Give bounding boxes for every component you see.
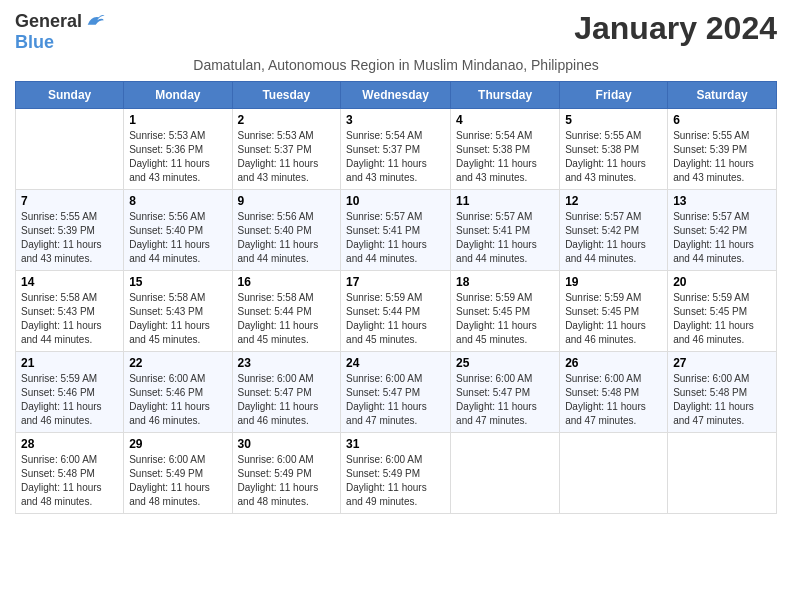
week-row-4: 21Sunrise: 5:59 AMSunset: 5:46 PMDayligh… (16, 352, 777, 433)
day-number: 15 (129, 275, 226, 289)
day-cell: 28Sunrise: 6:00 AMSunset: 5:48 PMDayligh… (16, 433, 124, 514)
day-cell: 19Sunrise: 5:59 AMSunset: 5:45 PMDayligh… (560, 271, 668, 352)
day-number: 25 (456, 356, 554, 370)
day-cell: 1Sunrise: 5:53 AMSunset: 5:36 PMDaylight… (124, 109, 232, 190)
day-number: 31 (346, 437, 445, 451)
day-info: Sunrise: 5:55 AMSunset: 5:38 PMDaylight:… (565, 129, 662, 185)
header-thursday: Thursday (451, 82, 560, 109)
day-number: 20 (673, 275, 771, 289)
day-info: Sunrise: 6:00 AMSunset: 5:47 PMDaylight:… (346, 372, 445, 428)
day-info: Sunrise: 5:54 AMSunset: 5:37 PMDaylight:… (346, 129, 445, 185)
day-cell: 24Sunrise: 6:00 AMSunset: 5:47 PMDayligh… (341, 352, 451, 433)
day-number: 8 (129, 194, 226, 208)
calendar-header-row: SundayMondayTuesdayWednesdayThursdayFrid… (16, 82, 777, 109)
title-section: January 2024 (574, 10, 777, 47)
day-number: 11 (456, 194, 554, 208)
logo: General Blue (15, 10, 106, 53)
header-wednesday: Wednesday (341, 82, 451, 109)
day-cell: 25Sunrise: 6:00 AMSunset: 5:47 PMDayligh… (451, 352, 560, 433)
day-info: Sunrise: 6:00 AMSunset: 5:48 PMDaylight:… (21, 453, 118, 509)
day-info: Sunrise: 5:58 AMSunset: 5:43 PMDaylight:… (21, 291, 118, 347)
day-cell: 22Sunrise: 6:00 AMSunset: 5:46 PMDayligh… (124, 352, 232, 433)
day-number: 24 (346, 356, 445, 370)
day-cell: 12Sunrise: 5:57 AMSunset: 5:42 PMDayligh… (560, 190, 668, 271)
day-number: 18 (456, 275, 554, 289)
day-cell: 17Sunrise: 5:59 AMSunset: 5:44 PMDayligh… (341, 271, 451, 352)
day-number: 7 (21, 194, 118, 208)
day-cell: 14Sunrise: 5:58 AMSunset: 5:43 PMDayligh… (16, 271, 124, 352)
week-row-2: 7Sunrise: 5:55 AMSunset: 5:39 PMDaylight… (16, 190, 777, 271)
day-number: 19 (565, 275, 662, 289)
day-number: 4 (456, 113, 554, 127)
day-info: Sunrise: 5:53 AMSunset: 5:36 PMDaylight:… (129, 129, 226, 185)
day-info: Sunrise: 5:53 AMSunset: 5:37 PMDaylight:… (238, 129, 336, 185)
day-number: 12 (565, 194, 662, 208)
day-cell: 9Sunrise: 5:56 AMSunset: 5:40 PMDaylight… (232, 190, 341, 271)
subtitle: Damatulan, Autonomous Region in Muslim M… (15, 57, 777, 73)
day-info: Sunrise: 5:57 AMSunset: 5:41 PMDaylight:… (456, 210, 554, 266)
day-number: 10 (346, 194, 445, 208)
day-number: 17 (346, 275, 445, 289)
day-number: 26 (565, 356, 662, 370)
day-cell: 27Sunrise: 6:00 AMSunset: 5:48 PMDayligh… (668, 352, 777, 433)
day-cell (668, 433, 777, 514)
day-number: 2 (238, 113, 336, 127)
day-cell: 29Sunrise: 6:00 AMSunset: 5:49 PMDayligh… (124, 433, 232, 514)
day-info: Sunrise: 5:56 AMSunset: 5:40 PMDaylight:… (238, 210, 336, 266)
day-info: Sunrise: 5:59 AMSunset: 5:46 PMDaylight:… (21, 372, 118, 428)
day-number: 30 (238, 437, 336, 451)
day-number: 22 (129, 356, 226, 370)
day-info: Sunrise: 5:57 AMSunset: 5:42 PMDaylight:… (673, 210, 771, 266)
day-info: Sunrise: 5:58 AMSunset: 5:44 PMDaylight:… (238, 291, 336, 347)
logo-general-text: General (15, 11, 82, 32)
day-cell: 13Sunrise: 5:57 AMSunset: 5:42 PMDayligh… (668, 190, 777, 271)
logo-blue-text: Blue (15, 32, 54, 53)
day-info: Sunrise: 5:59 AMSunset: 5:45 PMDaylight:… (673, 291, 771, 347)
day-cell (451, 433, 560, 514)
day-info: Sunrise: 5:57 AMSunset: 5:42 PMDaylight:… (565, 210, 662, 266)
week-row-1: 1Sunrise: 5:53 AMSunset: 5:36 PMDaylight… (16, 109, 777, 190)
page-header: General Blue January 2024 (15, 10, 777, 53)
logo-bird-icon (84, 10, 106, 32)
day-cell: 11Sunrise: 5:57 AMSunset: 5:41 PMDayligh… (451, 190, 560, 271)
day-cell: 23Sunrise: 6:00 AMSunset: 5:47 PMDayligh… (232, 352, 341, 433)
day-info: Sunrise: 5:57 AMSunset: 5:41 PMDaylight:… (346, 210, 445, 266)
day-number: 16 (238, 275, 336, 289)
day-cell: 5Sunrise: 5:55 AMSunset: 5:38 PMDaylight… (560, 109, 668, 190)
day-cell (560, 433, 668, 514)
day-number: 3 (346, 113, 445, 127)
header-tuesday: Tuesday (232, 82, 341, 109)
day-cell: 3Sunrise: 5:54 AMSunset: 5:37 PMDaylight… (341, 109, 451, 190)
day-cell: 30Sunrise: 6:00 AMSunset: 5:49 PMDayligh… (232, 433, 341, 514)
calendar-table: SundayMondayTuesdayWednesdayThursdayFrid… (15, 81, 777, 514)
day-number: 14 (21, 275, 118, 289)
day-cell: 7Sunrise: 5:55 AMSunset: 5:39 PMDaylight… (16, 190, 124, 271)
day-number: 27 (673, 356, 771, 370)
day-info: Sunrise: 6:00 AMSunset: 5:49 PMDaylight:… (346, 453, 445, 509)
day-cell: 4Sunrise: 5:54 AMSunset: 5:38 PMDaylight… (451, 109, 560, 190)
day-cell: 2Sunrise: 5:53 AMSunset: 5:37 PMDaylight… (232, 109, 341, 190)
day-number: 28 (21, 437, 118, 451)
day-number: 21 (21, 356, 118, 370)
day-info: Sunrise: 6:00 AMSunset: 5:46 PMDaylight:… (129, 372, 226, 428)
day-info: Sunrise: 5:56 AMSunset: 5:40 PMDaylight:… (129, 210, 226, 266)
day-cell: 10Sunrise: 5:57 AMSunset: 5:41 PMDayligh… (341, 190, 451, 271)
day-number: 29 (129, 437, 226, 451)
day-cell (16, 109, 124, 190)
day-info: Sunrise: 6:00 AMSunset: 5:47 PMDaylight:… (238, 372, 336, 428)
day-info: Sunrise: 5:54 AMSunset: 5:38 PMDaylight:… (456, 129, 554, 185)
day-cell: 18Sunrise: 5:59 AMSunset: 5:45 PMDayligh… (451, 271, 560, 352)
header-saturday: Saturday (668, 82, 777, 109)
day-cell: 16Sunrise: 5:58 AMSunset: 5:44 PMDayligh… (232, 271, 341, 352)
day-cell: 26Sunrise: 6:00 AMSunset: 5:48 PMDayligh… (560, 352, 668, 433)
header-sunday: Sunday (16, 82, 124, 109)
day-info: Sunrise: 6:00 AMSunset: 5:49 PMDaylight:… (238, 453, 336, 509)
month-title: January 2024 (574, 10, 777, 47)
day-number: 13 (673, 194, 771, 208)
week-row-3: 14Sunrise: 5:58 AMSunset: 5:43 PMDayligh… (16, 271, 777, 352)
day-number: 5 (565, 113, 662, 127)
day-info: Sunrise: 5:59 AMSunset: 5:45 PMDaylight:… (565, 291, 662, 347)
header-friday: Friday (560, 82, 668, 109)
day-number: 23 (238, 356, 336, 370)
day-info: Sunrise: 6:00 AMSunset: 5:49 PMDaylight:… (129, 453, 226, 509)
